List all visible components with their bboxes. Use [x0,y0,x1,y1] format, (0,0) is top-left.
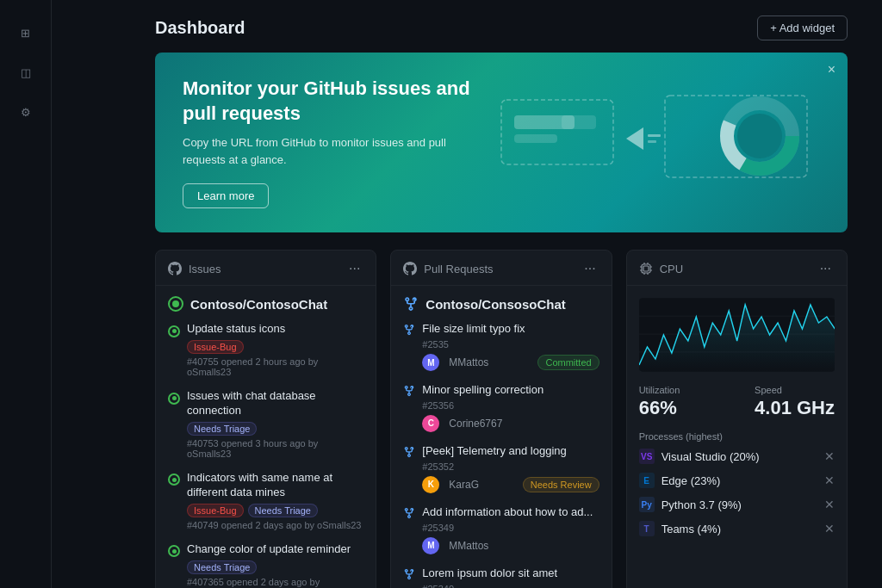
issue-meta: #40749 opened 2 days ago by oSmalls23 [187,520,363,530]
banner-description: Copy the URL from GitHub to monitor issu… [183,134,475,168]
process-close-button[interactable]: ✕ [824,473,835,487]
pr-author-name: MMattos [449,540,488,552]
utilization-label: Utilization [639,385,680,395]
pr-widget-title-area: Pull Requests [403,262,493,275]
issue-status-icon [168,543,180,558]
process-name: Edge (23%) [662,474,817,487]
main-content: Monitor your GitHub issues and pull requ… [52,53,882,588]
pr-author-name: KaraG [449,479,479,491]
process-close-button[interactable]: ✕ [824,449,835,463]
cpu-widget-header: CPU ··· [627,251,847,286]
sidebar-icon-home[interactable]: ⊞ [10,17,41,48]
svg-rect-0 [501,100,613,164]
pr-author-row: C Corine6767 [422,415,599,432]
issues-label: Issues [189,263,221,275]
page-title: Dashboard [155,18,245,38]
sidebar-icon-layout[interactable]: ◫ [10,57,41,88]
issue-item: Indicators with same name at different d… [168,471,363,530]
sidebar-icon-settings[interactable]: ⚙ [10,96,41,127]
issues-widget-body: Contoso/ContosoChat Update status icons … [156,286,376,588]
issue-tag: Issue-Bug [187,340,244,354]
issue-item: Change color of update reminder Needs Tr… [168,542,363,588]
pr-author-info: K KaraG [422,476,479,493]
cpu-widget-title-area: CPU [639,262,683,275]
process-name: Visual Studio (20%) [662,450,817,463]
issue-tag: Issue-Bug [187,504,244,517]
svg-rect-3 [514,134,557,143]
issue-dot [168,393,180,405]
process-icon: Py [639,497,655,512]
banner-text-area: Monitor your GitHub issues and pull requ… [183,77,475,208]
pr-more-button[interactable]: ··· [581,261,599,276]
pr-label: Pull Requests [424,263,493,275]
pr-title: Add information about how to ad... [422,505,599,520]
pr-widget-header: Pull Requests ··· [391,251,611,286]
pr-number: #25349 [422,523,599,533]
pr-author-name: MMattos [449,356,488,368]
issues-widget: Issues ··· Contoso/ContosoChat [155,250,376,588]
cpu-more-button[interactable]: ··· [817,261,835,276]
svg-rect-4 [562,115,596,129]
issue-dot-inner [172,549,177,554]
issue-dot [168,545,180,557]
svg-rect-6 [648,134,661,137]
banner-close-button[interactable]: × [828,63,835,77]
issues-repo-icon-inner [172,300,179,307]
issue-title: Indicators with same name at different d… [187,471,363,500]
issue-tag: Needs Triage [187,422,257,436]
process-close-button[interactable]: ✕ [824,522,835,535]
issue-dot [168,473,180,486]
svg-marker-5 [626,127,643,150]
issue-dot [168,325,180,337]
pr-avatar: K [422,476,439,493]
github-pr-icon [403,262,417,275]
pr-author-row: M MMattos Committed [422,354,599,371]
pr-merge-icon [403,446,415,458]
issue-status-icon [168,390,180,405]
process-name: Teams (4%) [662,523,817,535]
banner-title: Monitor your GitHub issues and pull requ… [183,77,475,126]
issue-tag: Needs Triage [248,504,318,517]
issue-dot-inner [172,396,177,400]
svg-point-11 [737,114,782,158]
github-icon [168,262,182,275]
pr-title: File size limit typo fix [422,322,599,337]
banner-svg [493,91,820,195]
issue-tags: Needs Triage [187,560,363,574]
pr-author-info: M MMattos [422,537,488,554]
issue-dot-inner [172,478,177,482]
pr-title: Minor spelling correction [422,383,599,398]
process-icon: E [639,473,655,488]
svg-rect-7 [648,140,656,143]
issue-tag: Needs Triage [187,560,257,574]
issue-item: Update status icons Issue-Bug #40755 ope… [168,322,363,377]
pr-title: Lorem ipsum dolor sit amet [422,566,599,581]
github-banner: Monitor your GitHub issues and pull requ… [155,53,848,232]
pr-status-icon [403,324,415,338]
learn-more-button[interactable]: Learn more [183,183,269,208]
issue-tags: Issue-Bug [187,340,363,354]
process-item: VS Visual Studio (20%) ✕ [639,449,835,464]
issue-item: Issues with chat database connection Nee… [168,389,363,459]
pr-item: File size limit typo fix #2535 M MMattos… [403,322,599,371]
process-icon: T [639,521,655,536]
issue-content: Change color of update reminder Needs Tr… [187,542,363,588]
pr-author-row: K KaraG Needs Review [422,476,599,493]
cpu-chart [639,296,835,374]
issues-list: Update status icons Issue-Bug #40755 ope… [168,322,363,588]
speed-stat: Speed 4.01 GHz [755,385,835,419]
add-widget-button[interactable]: + Add widget [757,15,848,40]
processes-list: VS Visual Studio (20%) ✕ E Edge (23%) ✕ … [639,449,835,536]
pr-merge-icon [403,385,415,397]
issue-meta: #40753 opened 3 hours ago by oSmalls23 [187,438,363,459]
cpu-widget-body: Utilization 66% Speed 4.01 GHz Processes… [627,286,847,555]
speed-label: Speed [755,385,835,395]
process-close-button[interactable]: ✕ [824,498,835,511]
pr-author-info: M MMattos [422,354,488,371]
issue-title: Update status icons [187,322,363,337]
pr-status-icon [403,385,415,399]
issue-meta: #407365 opened 2 days ago by oSmalls23 [187,577,363,588]
sidebar: ⊞ ◫ ⚙ [0,0,52,588]
issue-title: Issues with chat database connection [187,389,363,418]
issues-more-button[interactable]: ··· [345,261,363,276]
